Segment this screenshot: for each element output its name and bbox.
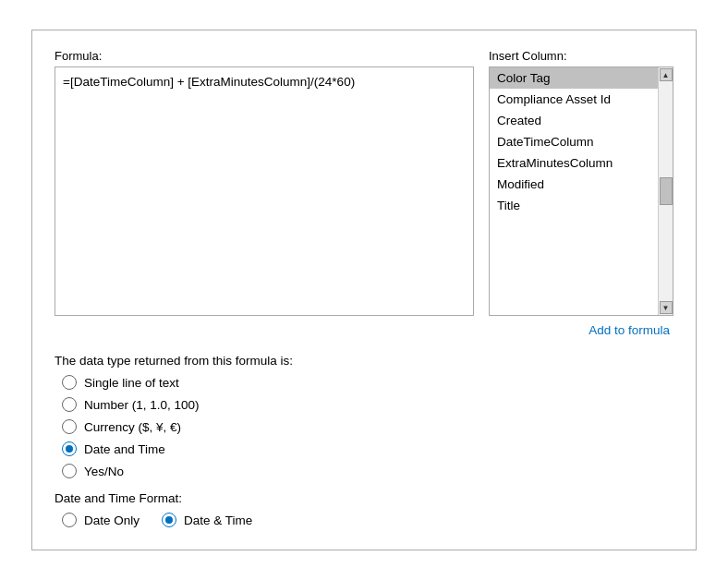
top-row: Formula: =[DateTimeColumn] + [ExtraMinut…	[55, 49, 673, 316]
scroll-up-btn[interactable]: ▲	[660, 68, 673, 81]
radio-item[interactable]: Single line of text	[62, 375, 673, 390]
insert-column-section: Insert Column: Color TagCompliance Asset…	[489, 49, 673, 316]
radio-circle	[62, 464, 77, 478]
formula-label: Formula:	[55, 49, 474, 63]
column-list-item[interactable]: Color Tag	[490, 67, 658, 89]
data-type-section: The data type returned from this formula…	[55, 354, 673, 478]
radio-circle	[62, 419, 77, 434]
radio-label: Single line of text	[84, 376, 179, 390]
radio-label: Date and Time	[84, 442, 165, 456]
column-list-item[interactable]: Title	[490, 195, 658, 216]
insert-column-label: Insert Column:	[489, 49, 673, 63]
radio-label: Currency ($, ¥, €)	[84, 420, 181, 434]
format-radio-group: Date OnlyDate & Time	[62, 513, 673, 527]
formula-input[interactable]: =[DateTimeColumn] + [ExtraMinutesColumn]…	[55, 66, 474, 316]
format-label: Date and Time Format:	[55, 491, 673, 505]
radio-circle	[62, 441, 77, 456]
radio-item[interactable]: Yes/No	[62, 464, 673, 478]
add-to-formula-button[interactable]: Add to formula	[585, 321, 673, 339]
column-list[interactable]: Color TagCompliance Asset IdCreatedDateT…	[490, 67, 658, 315]
format-radio-label: Date & Time	[184, 514, 252, 527]
column-list-item[interactable]: ExtraMinutesColumn	[490, 152, 658, 174]
radio-item[interactable]: Number (1, 1.0, 100)	[62, 397, 673, 412]
column-list-item[interactable]: Modified	[490, 174, 658, 195]
format-radio-item[interactable]: Date & Time	[162, 513, 252, 527]
column-list-item[interactable]: Compliance Asset Id	[490, 89, 658, 110]
add-to-formula-row: Add to formula	[55, 321, 673, 339]
radio-label: Number (1, 1.0, 100)	[84, 398, 200, 412]
radio-item[interactable]: Currency ($, ¥, €)	[62, 419, 673, 434]
format-section: Date and Time Format: Date OnlyDate & Ti…	[55, 491, 673, 527]
scrollbar-track: ▲ ▼	[658, 67, 673, 315]
radio-circle	[62, 375, 77, 390]
radio-circle	[62, 397, 77, 412]
formula-dialog: Formula: =[DateTimeColumn] + [ExtraMinut…	[31, 30, 697, 550]
formula-section: Formula: =[DateTimeColumn] + [ExtraMinut…	[55, 49, 474, 316]
format-radio-item[interactable]: Date Only	[62, 513, 140, 527]
scroll-down-btn[interactable]: ▼	[660, 301, 673, 314]
radio-item[interactable]: Date and Time	[62, 441, 673, 456]
data-type-label: The data type returned from this formula…	[55, 354, 673, 368]
column-list-wrapper: Color TagCompliance Asset IdCreatedDateT…	[489, 66, 673, 316]
format-radio-circle	[62, 513, 77, 527]
radio-label: Yes/No	[84, 465, 124, 478]
scrollbar-thumb[interactable]	[660, 177, 673, 205]
radio-group: Single line of textNumber (1, 1.0, 100)C…	[62, 375, 673, 478]
column-list-item[interactable]: Created	[490, 110, 658, 131]
format-radio-circle	[162, 513, 176, 527]
format-radio-label: Date Only	[84, 514, 140, 527]
column-list-item[interactable]: DateTimeColumn	[490, 131, 658, 152]
